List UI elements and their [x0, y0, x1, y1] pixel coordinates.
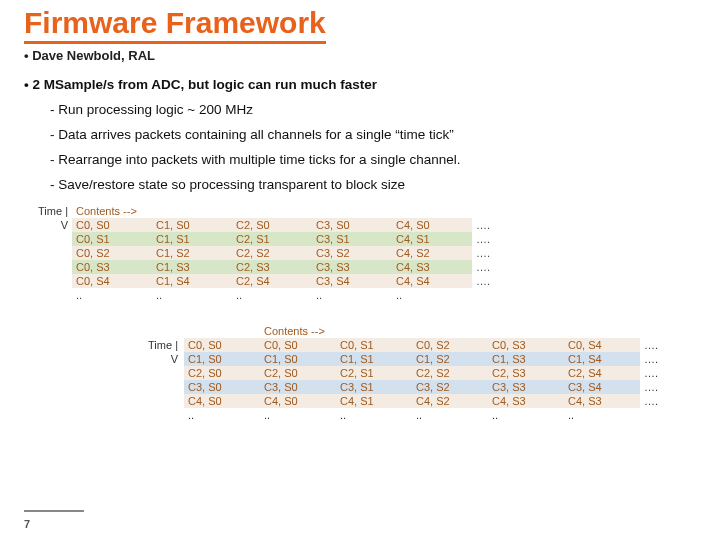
table-cell: C1, S2	[152, 246, 232, 260]
table-cell: C2, S2	[232, 246, 312, 260]
table-cell: C0, S4	[72, 274, 152, 288]
table-cell: C3, S3	[488, 380, 564, 394]
bullet-level-2: Run processing logic ~ 200 MHz	[50, 102, 696, 117]
table-cell: C3, S0	[312, 218, 392, 232]
contents-label: Contents -->	[260, 324, 336, 338]
table-cell: C4, S0	[184, 394, 260, 408]
contents-label: Contents -->	[72, 204, 152, 218]
table-cell: C2, S1	[232, 232, 312, 246]
table-cell: C3, S4	[564, 380, 640, 394]
table-cell: C2, S1	[336, 366, 412, 380]
table-cell: C1, S3	[152, 260, 232, 274]
table-cell: C4, S0	[260, 394, 336, 408]
table-cell: C3, S1	[312, 232, 392, 246]
table-cell: C3, S3	[312, 260, 392, 274]
table-cell: C0, S3	[72, 260, 152, 274]
table-cell: C1, S0	[152, 218, 232, 232]
table-cell: C3, S0	[260, 380, 336, 394]
table-cell: C4, S2	[392, 246, 472, 260]
bullet-level-2: Data arrives packets containing all chan…	[50, 127, 696, 142]
table-cell: C1, S1	[152, 232, 232, 246]
dots: ..	[488, 408, 564, 422]
bullet-level-1: 2 MSample/s from ADC, but logic can run …	[24, 77, 696, 92]
axis-label: Time |	[14, 204, 68, 218]
axis-label: Time |	[124, 338, 178, 352]
table-b-grid: Contents -->C0, S0C0, S0C0, S1C0, S2C0, …	[184, 324, 676, 422]
table-cell: C1, S0	[260, 352, 336, 366]
table-cell: C0, S3	[488, 338, 564, 352]
dots: ..	[152, 288, 232, 302]
table-cell: C2, S4	[564, 366, 640, 380]
table-cell: C2, S2	[412, 366, 488, 380]
table-cell: C2, S3	[488, 366, 564, 380]
table-cell: C1, S1	[336, 352, 412, 366]
dots: ..	[184, 408, 260, 422]
dots: ..	[412, 408, 488, 422]
row-trail: ….	[472, 260, 512, 274]
row-trail: ….	[472, 232, 512, 246]
dots: ..	[312, 288, 392, 302]
table-cell: C0, S1	[72, 232, 152, 246]
row-trail: ….	[640, 394, 676, 408]
footer-rule	[24, 510, 84, 512]
table-cell: C1, S4	[564, 352, 640, 366]
dots: ..	[72, 288, 152, 302]
table-a-axis: Time | V	[14, 204, 68, 232]
table-cell: C3, S1	[336, 380, 412, 394]
row-trail: ….	[472, 274, 512, 288]
dots: ..	[564, 408, 640, 422]
table-cell: C1, S0	[184, 352, 260, 366]
table-cell: C4, S4	[392, 274, 472, 288]
slide: Firmware Framework Dave Newbold, RAL 2 M…	[0, 0, 720, 192]
table-cell: C3, S0	[184, 380, 260, 394]
table-cell: C1, S2	[412, 352, 488, 366]
row-trail: ….	[640, 366, 676, 380]
table-cell: C4, S3	[392, 260, 472, 274]
row-trail: ….	[472, 246, 512, 260]
table-cell: C0, S1	[336, 338, 412, 352]
table-cell: C3, S2	[312, 246, 392, 260]
table-cell: C0, S0	[72, 218, 152, 232]
dots: ..	[232, 288, 312, 302]
table-cell: C0, S0	[260, 338, 336, 352]
table-cell: C4, S3	[564, 394, 640, 408]
bullet-level-2: Save/restore state so processing transpa…	[50, 177, 696, 192]
dots: ..	[260, 408, 336, 422]
slide-title: Firmware Framework	[24, 6, 326, 44]
table-cell: C2, S4	[232, 274, 312, 288]
table-b-axis: Time | V	[124, 338, 178, 366]
row-trail: ….	[640, 380, 676, 394]
table-cell: C2, S0	[184, 366, 260, 380]
page-number: 7	[24, 518, 30, 530]
table-cell: C2, S0	[260, 366, 336, 380]
table-cell: C4, S0	[392, 218, 472, 232]
dots: ..	[336, 408, 412, 422]
table-cell: C0, S4	[564, 338, 640, 352]
table-cell: C0, S0	[184, 338, 260, 352]
table-cell: C3, S4	[312, 274, 392, 288]
row-trail: ….	[640, 338, 676, 352]
table-cell: C0, S2	[72, 246, 152, 260]
table-cell: C4, S3	[488, 394, 564, 408]
dots: ..	[392, 288, 472, 302]
table-cell: C1, S3	[488, 352, 564, 366]
axis-label: V	[14, 218, 68, 232]
table-cell: C4, S2	[412, 394, 488, 408]
bullet-level-2: Rearrange into packets with multiple tim…	[50, 152, 696, 167]
table-cell: C0, S2	[412, 338, 488, 352]
row-trail: ….	[640, 352, 676, 366]
table-cell: C3, S2	[412, 380, 488, 394]
table-cell: C1, S4	[152, 274, 232, 288]
slide-author: Dave Newbold, RAL	[24, 48, 696, 63]
table-a-grid: Contents -->C0, S0C1, S0C2, S0C3, S0C4, …	[72, 204, 512, 302]
row-trail: ….	[472, 218, 512, 232]
axis-label: V	[124, 352, 178, 366]
table-cell: C2, S3	[232, 260, 312, 274]
table-cell: C2, S0	[232, 218, 312, 232]
table-cell: C4, S1	[336, 394, 412, 408]
table-cell: C4, S1	[392, 232, 472, 246]
